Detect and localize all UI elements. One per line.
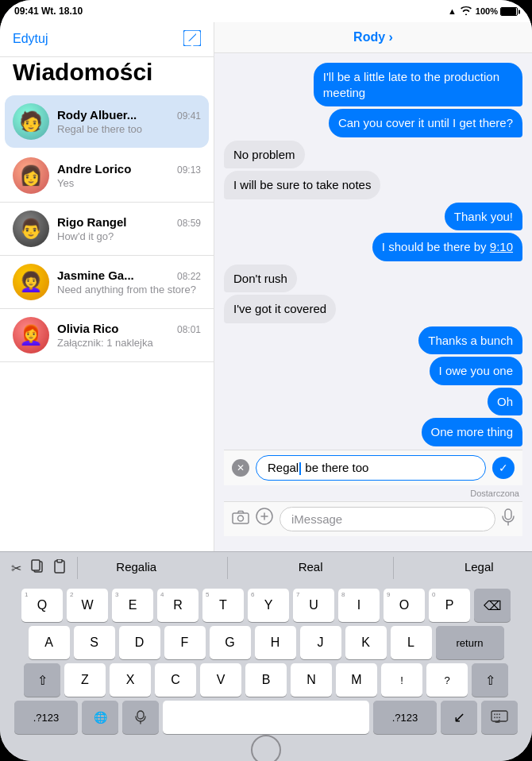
key-k[interactable]: K — [345, 626, 387, 659]
time-display: 09:41 — [14, 6, 39, 17]
key-123-left[interactable]: .?123 — [14, 701, 78, 734]
key-c[interactable]: C — [155, 663, 196, 697]
key-e[interactable]: 3E — [112, 589, 153, 622]
key-return[interactable]: return — [436, 626, 504, 659]
key-i[interactable]: 8I — [338, 589, 380, 622]
microphone-icon[interactable] — [502, 508, 515, 530]
battery-icon — [500, 7, 518, 16]
conv-time-rigo: 08:59 — [177, 218, 201, 229]
message-text-input[interactable]: Regal be there too — [256, 455, 486, 481]
key-delete[interactable]: ⌫ — [474, 589, 511, 622]
key-z[interactable]: ‍Z — [64, 663, 106, 697]
autocorrect-suggestions: Regalia Real Legal — [78, 557, 532, 579]
copy-icon[interactable] — [31, 559, 44, 577]
key-r[interactable]: 4R — [157, 589, 199, 622]
status-time: 09:41 Wt. 18.10 — [14, 6, 83, 17]
key-shift-left[interactable]: ⇧ — [24, 663, 60, 697]
key-y[interactable]: 6Y — [248, 589, 289, 622]
key-q[interactable]: 1Q — [21, 589, 63, 622]
key-p[interactable]: 0P — [429, 589, 470, 622]
suggestion-legal[interactable]: Legal — [458, 557, 500, 579]
key-h[interactable]: H — [255, 626, 296, 659]
chat-panel: Rody › I'll be a little late to the prod… — [214, 22, 532, 551]
key-cursor-hide[interactable]: ↙ — [441, 701, 477, 734]
key-s[interactable]: S — [74, 626, 115, 659]
conversation-item-olivia[interactable]: 👩‍🦰 Olivia Rico 08:01 Załącznik: 1 nakle… — [0, 309, 214, 362]
conv-info-rigo: Rigo Rangel 08:59 How'd it go? — [57, 215, 201, 242]
chat-header: Rody › — [214, 22, 532, 53]
key-t[interactable]: 5T — [202, 589, 244, 622]
key-microphone[interactable] — [122, 701, 159, 734]
key-shift-right[interactable]: ⇧ — [472, 663, 508, 697]
imessage-placeholder-input[interactable]: iMessage — [279, 507, 495, 531]
appstore-icon[interactable] — [256, 508, 273, 530]
conv-name-rody: Rody Albuer... — [57, 108, 137, 122]
time-link[interactable]: 9:10 — [490, 240, 513, 253]
key-d[interactable]: D — [119, 626, 160, 659]
conv-time-andre: 09:13 — [177, 164, 201, 176]
key-m[interactable]: M — [336, 663, 377, 697]
key-j[interactable]: J — [300, 626, 341, 659]
key-u[interactable]: 7U — [293, 589, 334, 622]
key-v[interactable]: V — [200, 663, 241, 697]
edit-button[interactable]: Edytuj — [13, 30, 48, 46]
message-group-sent-3: Thanks a bunch I owe you one Oh One more… — [224, 326, 522, 446]
key-x[interactable]: X — [110, 663, 151, 697]
imessage-input-bar: iMessage — [224, 501, 522, 536]
scissors-icon[interactable]: ✂ — [11, 561, 21, 576]
key-question[interactable]: ? — [426, 663, 468, 697]
key-a[interactable]: A — [29, 626, 70, 659]
home-button[interactable] — [251, 735, 281, 761]
message-group-sent-2: Thank you! I should be there by 9:10 — [224, 203, 522, 261]
suggestion-regalia[interactable]: Regalia — [110, 557, 163, 579]
paste-icon[interactable] — [53, 559, 66, 577]
key-g[interactable]: G — [210, 626, 251, 659]
key-o[interactable]: 9O — [384, 589, 425, 622]
camera-icon[interactable] — [232, 508, 249, 529]
conversation-item-andre[interactable]: 👩 Andre Lorico 09:13 Yes — [0, 149, 214, 203]
message-group-received-2: Don't rush I've got it covered — [224, 265, 522, 323]
message-bubble-m2: Can you cover it until I get there? — [329, 109, 522, 137]
conv-time-jasmine: 08:22 — [177, 271, 201, 282]
send-button[interactable]: ✓ — [492, 457, 515, 479]
conv-name-rigo: Rigo Rangel — [57, 215, 127, 229]
list-header: Edytuj — [0, 22, 214, 57]
message-bubble-m3: No problem — [224, 141, 305, 169]
text-cursor — [299, 462, 301, 475]
messages-area: I'll be a little late to the production … — [214, 53, 532, 551]
key-space[interactable] — [163, 701, 369, 734]
key-exclamation[interactable]: ! — [381, 663, 422, 697]
suggestion-real[interactable]: Real — [292, 557, 330, 579]
avatar-andre: 👩 — [13, 157, 49, 194]
key-123-right[interactable]: .?123 — [373, 701, 437, 734]
avatar-jasmine: 👩‍🦱 — [13, 264, 49, 300]
delivered-label: Dostarczona — [470, 489, 519, 498]
conv-time-olivia: 08:01 — [177, 324, 201, 335]
conv-preview-rody: Regal be there too — [57, 123, 201, 135]
keyboard-bottom-row: .?123 🌐 .?123 ↙ — [3, 701, 529, 734]
key-n[interactable]: N — [291, 663, 332, 697]
conv-name-andre: Andre Lorico — [57, 162, 131, 176]
key-b[interactable]: B — [245, 663, 287, 697]
conversation-item-jasmine[interactable]: 👩‍🦱 Jasmine Ga... 08:22 Need anything fr… — [0, 256, 214, 309]
clear-input-button[interactable]: ✕ — [232, 459, 249, 477]
conv-time-rody: 09:41 — [177, 110, 201, 122]
signal-icon: ▲ — [448, 6, 457, 16]
day-display: Wt. — [41, 6, 56, 17]
conv-info-rody: Rody Albuer... 09:41 Regal be there too — [57, 108, 201, 135]
keyboard-row-1: 1Q 2W 3E 4R 5T 6Y 7U 8I 9O 0P ⌫ — [3, 589, 529, 622]
key-globe[interactable]: 🌐 — [82, 701, 118, 734]
conv-name-jasmine: Jasmine Ga... — [57, 268, 134, 282]
home-bar — [0, 739, 532, 761]
conversation-item-rigo[interactable]: 👨 Rigo Rangel 08:59 How'd it go? — [0, 203, 214, 256]
key-l[interactable]: L — [391, 626, 432, 659]
key-keyboard-dismiss[interactable] — [481, 701, 518, 734]
key-w[interactable]: 2W — [67, 589, 108, 622]
keyboard-row-2: A S D F G H J K L return — [3, 626, 529, 659]
chat-contact-name[interactable]: Rody › — [353, 30, 393, 44]
conversation-item-rody[interactable]: 🧑 Rody Albuer... 09:41 Regal be there to… — [5, 95, 209, 148]
chat-chevron-icon: › — [389, 30, 393, 44]
key-f[interactable]: F — [164, 626, 206, 659]
message-bubble-m5: Thank you! — [445, 203, 522, 231]
compose-button[interactable] — [183, 30, 201, 50]
